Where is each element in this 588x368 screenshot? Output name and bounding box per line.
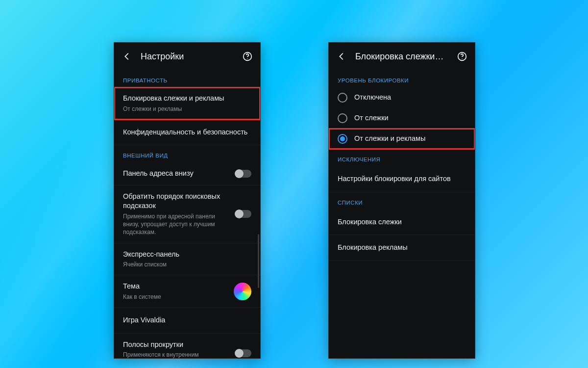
row-tracker-block-list[interactable]: Блокировка слежки: [329, 210, 475, 236]
phone-settings: Настройки ПРИВАТНОСТЬ Блокировка слежки …: [114, 42, 261, 359]
radio-option-off[interactable]: Отключена: [329, 87, 475, 108]
section-block-level: УРОВЕНЬ БЛОКИРОВКИ: [329, 70, 475, 87]
row-title: Блокировка рекламы: [338, 243, 466, 253]
back-icon[interactable]: [120, 50, 134, 63]
help-icon[interactable]: [455, 50, 469, 63]
row-site-block-settings[interactable]: Настройки блокировки для сайтов: [329, 166, 475, 192]
header: Настройки: [114, 43, 260, 70]
section-appearance: ВНЕШНИЙ ВИД: [114, 145, 260, 162]
row-theme[interactable]: Тема Как в системе: [114, 275, 260, 308]
back-icon[interactable]: [335, 50, 348, 63]
row-title: Экспресс-панель: [123, 250, 251, 260]
phone-tracker-blocking: Блокировка слежки… УРОВЕНЬ БЛОКИРОВКИ От…: [328, 42, 475, 359]
row-title: Обратить порядок поисковых подсказок: [123, 192, 229, 211]
row-privacy-security[interactable]: Конфиденциальность и безопасность: [114, 120, 260, 146]
section-exceptions: ИСКЛЮЧЕНИЯ: [329, 149, 475, 166]
row-title: Полосы прокрутки: [123, 340, 229, 350]
toggle-scrollbars[interactable]: [236, 349, 251, 357]
scrollbar-indicator[interactable]: [258, 234, 259, 288]
page-title: Блокировка слежки…: [355, 52, 448, 62]
row-tracker-ad-blocking[interactable]: Блокировка слежки и рекламы От слежки и …: [114, 87, 260, 120]
svg-point-3: [462, 58, 462, 59]
row-title: Блокировка слежки и рекламы: [123, 94, 251, 104]
row-title: Игра Vivaldia: [123, 315, 251, 325]
toggle-address-bottom[interactable]: [236, 170, 251, 178]
radio-label: Отключена: [354, 93, 466, 103]
row-vivaldia-game[interactable]: Игра Vivaldia: [114, 308, 260, 334]
row-subtitle: Применимо при адресной панели внизу, упр…: [123, 212, 229, 237]
row-subtitle: Как в системе: [123, 293, 227, 301]
page-title: Настройки: [141, 52, 234, 62]
radio-icon: [338, 113, 347, 123]
row-scrollbars[interactable]: Полосы прокрутки Применяются к внутренни…: [114, 334, 260, 359]
help-icon[interactable]: [241, 50, 254, 63]
row-ad-block-list[interactable]: Блокировка рекламы: [329, 235, 475, 261]
radio-label: От слежки и рекламы: [354, 134, 466, 144]
row-subtitle: От слежки и рекламы: [123, 105, 251, 113]
radio-option-trackers[interactable]: От слежки: [329, 108, 475, 129]
theme-swatch-icon: [234, 283, 251, 300]
row-subtitle: Ячейки списком: [123, 261, 251, 268]
row-speed-dial[interactable]: Экспресс-панель Ячейки списком: [114, 243, 260, 276]
toggle-reverse-suggestions[interactable]: [236, 210, 251, 218]
row-subtitle: Применяются к внутренним страницам, не к…: [123, 351, 229, 359]
row-title: Панель адреса внизу: [123, 169, 229, 179]
row-title: Блокировка слежки: [338, 217, 466, 227]
row-title: Настройки блокировки для сайтов: [338, 174, 466, 184]
svg-point-1: [247, 58, 247, 59]
row-title: Конфиденциальность и безопасность: [123, 128, 251, 137]
header: Блокировка слежки…: [329, 43, 475, 70]
radio-icon: [338, 93, 347, 103]
radio-label: От слежки: [354, 113, 466, 123]
row-title: Тема: [123, 282, 227, 291]
row-reverse-suggestions[interactable]: Обратить порядок поисковых подсказок При…: [114, 185, 260, 243]
section-lists: СПИСКИ: [329, 192, 475, 210]
section-privacy: ПРИВАТНОСТЬ: [114, 70, 260, 87]
radio-option-trackers-ads[interactable]: От слежки и рекламы: [329, 129, 475, 149]
radio-icon: [338, 134, 347, 144]
row-address-bar-bottom[interactable]: Панель адреса внизу: [114, 162, 260, 185]
